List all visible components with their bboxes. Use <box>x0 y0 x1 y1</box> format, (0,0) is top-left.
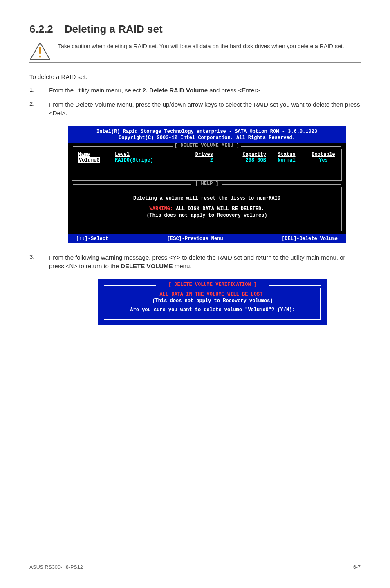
dialog-box: ALL DATA IN THE VOLUME WILL BE LOST! (Th… <box>104 288 321 320</box>
footer-esc-hint: [ESC]-Previous Menu <box>167 236 223 242</box>
step-bold: 2. Delete RAID Volume <box>142 87 208 94</box>
bios-title-line2: Copyright(C) 2003-12 Intel Corporation. … <box>71 135 343 141</box>
bios-frame-title: [ DELETE VOLUME MENU ] <box>72 143 342 149</box>
svg-point-2 <box>39 55 41 57</box>
col-name: Name <box>78 152 115 157</box>
page-footer: ASUS RS300-H8-PS12 6-7 <box>29 564 361 570</box>
col-drives: Drives <box>176 152 213 157</box>
section-number: 6.2.2 <box>29 23 53 36</box>
cell-capacity: 298.0GB <box>213 157 266 163</box>
footer-select-hint: [↑↓]-Select <box>76 236 108 242</box>
help-warning-prefix: WARNING: <box>150 206 173 212</box>
col-bootable: Bootable <box>307 152 340 157</box>
step-number: 2. <box>29 100 38 117</box>
bios-screenshot-verification: [ DELETE VOLUME VERIFICATION ] ALL DATA … <box>98 279 327 325</box>
step-2: 2. From the Delete Volume Menu, press th… <box>29 100 361 117</box>
cell-bootable: Yes <box>307 157 340 163</box>
step-text: From the utility main menu, select <box>49 87 142 94</box>
help-line: (This does not apply to Recovery volumes… <box>78 213 336 218</box>
help-warning-rest: ALL DISK DATA WILL BE DELETED. <box>173 206 264 212</box>
step-3: 3. From the following warning message, p… <box>29 253 361 270</box>
step-body: From the utility main menu, select 2. De… <box>49 86 262 94</box>
caution-callout: Take caution when deleting a RAID set. Y… <box>29 40 361 63</box>
bios-dialog: [ DELETE VOLUME VERIFICATION ] ALL DATA … <box>98 279 327 325</box>
bios-help-title: [ HELP ] <box>72 181 342 187</box>
footer-del-hint: [DEL]-Delete Volume <box>282 236 338 242</box>
bios-volume-box: Name Level Drives Capacity Status Bootab… <box>72 149 342 181</box>
dialog-note: (This does not apply to Recovery volumes… <box>112 298 313 304</box>
step-text: and press <Enter>. <box>208 87 262 94</box>
step-text: menu. <box>173 263 192 269</box>
step-number: 3. <box>29 253 38 270</box>
bios-screenshot-delete-menu: Intel(R) Rapid Storage Technology enterp… <box>68 126 346 243</box>
help-warning-line: WARNING: ALL DISK DATA WILL BE DELETED. <box>78 206 336 212</box>
col-level: Level <box>115 152 176 157</box>
bios-title-line1: Intel(R) Rapid Storage Technology enterp… <box>71 129 343 135</box>
dialog-title: [ DELETE VOLUME VERIFICATION ] <box>104 282 321 288</box>
intro-text: To delete a RAID set: <box>29 72 361 81</box>
bios-footer: [↑↓]-Select [ESC]-Previous Menu [DEL]-De… <box>68 234 346 243</box>
step-bold: DELETE VOLUME <box>121 263 173 269</box>
svg-rect-1 <box>39 47 41 54</box>
help-line: Deleting a volume will reset the disks t… <box>78 195 336 201</box>
cell-level: RAID0(Stripe) <box>115 157 176 163</box>
step-list-continued: 3. From the following warning message, p… <box>29 253 361 270</box>
bios-help-box: Deleting a volume will reset the disks t… <box>72 187 342 231</box>
col-status: Status <box>266 152 307 157</box>
bios-help-content: Deleting a volume will reset the disks t… <box>73 187 341 230</box>
section-title: Deleting a RAID set <box>65 23 163 36</box>
footer-page-number: 6-7 <box>353 564 361 570</box>
step-1: 1. From the utility main menu, select 2.… <box>29 86 361 94</box>
col-capacity: Capacity <box>213 152 266 157</box>
dialog-warning: ALL DATA IN THE VOLUME WILL BE LOST! <box>112 292 313 297</box>
cell-drives: 2 <box>176 157 213 163</box>
step-text: From the following warning message, pres… <box>49 254 345 269</box>
bios-body: [ DELETE VOLUME MENU ] Name Level Drives… <box>68 143 346 234</box>
cell-status: Normal <box>266 157 307 163</box>
section-heading: 6.2.2 Deleting a RAID set <box>29 23 361 36</box>
bios-table: Name Level Drives Capacity Status Bootab… <box>73 149 341 180</box>
step-number: 1. <box>29 86 38 94</box>
bios-header: Intel(R) Rapid Storage Technology enterp… <box>68 126 346 143</box>
caution-text: Take caution when deleting a RAID set. Y… <box>58 42 344 50</box>
table-row[interactable]: Volume0 RAID0(Stripe) 2 298.0GB Normal Y… <box>78 157 336 163</box>
table-header-row: Name Level Drives Capacity Status Bootab… <box>78 152 336 157</box>
footer-product: ASUS RS300-H8-PS12 <box>29 564 83 570</box>
step-body: From the Delete Volume Menu, press the u… <box>49 100 361 117</box>
dialog-question[interactable]: Are you sure you want to delete volume "… <box>112 307 313 313</box>
step-list: 1. From the utility main menu, select 2.… <box>29 86 361 117</box>
step-body: From the following warning message, pres… <box>49 253 361 270</box>
cell-name: Volume0 <box>78 157 115 163</box>
caution-icon <box>29 42 51 61</box>
